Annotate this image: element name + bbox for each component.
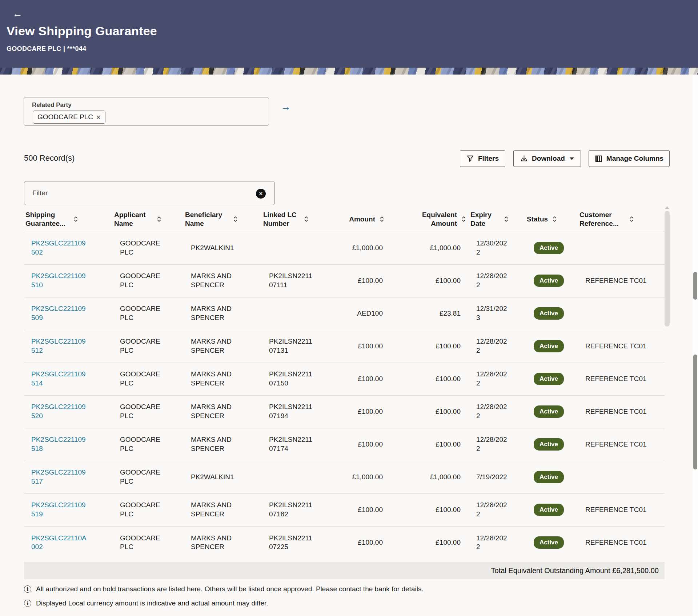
cell-shipping-guarantee-ref: PK2SGLC221109510: [24, 264, 113, 297]
guarantee-ref-link[interactable]: PK2SGLC221109502: [31, 239, 88, 257]
cell-text: MARKS AND SPENCER: [191, 435, 239, 453]
cell-text: MARKS AND SPENCER: [191, 501, 239, 519]
column-label: Shipping Guarantee...: [25, 211, 69, 228]
guarantee-ref-link[interactable]: PK2SGLC221109510: [31, 272, 88, 289]
cell-beneficiary-name: MARKS AND SPENCER: [184, 363, 262, 395]
cell-text: REFERENCE TC01: [585, 342, 647, 350]
table-scroll-up-icon[interactable]: [665, 206, 669, 209]
cell-shipping-guarantee-ref: PK2SGLC221109518: [24, 428, 113, 461]
cell-text: 7/19/2022: [476, 473, 507, 482]
status-badge: Active: [534, 340, 564, 352]
cell-amount: £100.00: [324, 395, 387, 428]
cell-text: REFERENCE TC01: [585, 375, 647, 383]
sort-icon[interactable]: [157, 216, 161, 222]
cell-text: £100.00: [436, 440, 461, 448]
cell-customer-reference: [578, 461, 665, 493]
cell-shipping-guarantee-ref: PK2SGLC221109509: [24, 297, 113, 330]
related-party-label: Related Party: [32, 101, 72, 109]
cell-beneficiary-name: PK2WALKIN1: [184, 461, 262, 493]
page-title: View Shipping Guarantee: [7, 24, 157, 38]
column-header-shipping-guarantee-ref[interactable]: Shipping Guarantee...: [24, 207, 113, 232]
table-row: PK2SGLC221109519GOODCARE PLCMARKS AND SP…: [24, 493, 665, 526]
table-scrollbar-thumb[interactable]: [665, 211, 670, 327]
guarantee-ref-link[interactable]: PK2SGLC221109518: [31, 435, 88, 453]
cell-expiry-date: 7/19/2022: [469, 461, 525, 493]
apply-filter-arrow-icon[interactable]: →: [281, 101, 291, 113]
info-icon: i: [24, 600, 31, 607]
cell-status: Active: [525, 428, 578, 461]
cell-text: 12/28/2022: [476, 435, 511, 453]
cell-text: GOODCARE PLC: [120, 272, 163, 289]
guarantee-ref-link[interactable]: PK2SGLC22110A002: [31, 534, 88, 552]
page-scrollbar-thumb[interactable]: [693, 355, 697, 469]
column-header-linked-lc-number[interactable]: Linked LC Number: [262, 207, 324, 232]
manage-columns-button[interactable]: Manage Columns: [589, 150, 670, 167]
column-header-amount[interactable]: Amount: [324, 207, 387, 232]
filter-input[interactable]: [24, 181, 274, 205]
sort-icon[interactable]: [504, 216, 509, 222]
table-row: PK2SGLC22110A002GOODCARE PLCMARKS AND SP…: [24, 526, 665, 559]
status-badge: Active: [534, 536, 564, 549]
sort-icon[interactable]: [233, 216, 238, 222]
column-header-applicant-name[interactable]: Applicant Name: [113, 207, 184, 232]
cell-applicant-name: GOODCARE PLC: [113, 526, 184, 559]
guarantee-ref-link[interactable]: PK2SGLC221109514: [31, 370, 88, 388]
status-badge: Active: [534, 405, 564, 418]
guarantee-ref-link[interactable]: PK2SGLC221109517: [31, 468, 88, 486]
download-button[interactable]: Download: [513, 150, 581, 167]
cell-status: Active: [525, 461, 578, 493]
cell-text: PK2ILSN221107174: [269, 435, 314, 453]
column-header-equivalent-amount[interactable]: Equivalent Amount: [387, 207, 469, 232]
cell-text: £100.00: [358, 506, 383, 513]
column-header-beneficiary-name[interactable]: Beneficiary Name: [184, 207, 262, 232]
sort-icon[interactable]: [552, 216, 557, 222]
cell-text: 12/28/2022: [476, 337, 511, 355]
cell-text: 12/28/2022: [476, 403, 511, 420]
guarantee-ref-link[interactable]: PK2SGLC221109512: [31, 337, 88, 355]
cell-linked-lc-number: PK2ILSN221107111: [262, 264, 324, 297]
cell-customer-reference: REFERENCE TC01: [578, 493, 665, 526]
guarantee-ref-link[interactable]: PK2SGLC221109509: [31, 304, 88, 322]
filters-button[interactable]: Filters: [460, 150, 505, 167]
cell-text: 12/28/2022: [476, 501, 511, 519]
page-scrollbar-thumb[interactable]: [693, 272, 697, 300]
cell-amount: £100.00: [324, 330, 387, 363]
related-party-field[interactable]: Related Party GOODCARE PLC ×: [24, 97, 269, 126]
cell-text: MARKS AND SPENCER: [191, 370, 239, 388]
cell-equivalent-amount: £100.00: [387, 264, 469, 297]
cell-status: Active: [525, 297, 578, 330]
table-row: PK2SGLC221109520GOODCARE PLCMARKS AND SP…: [24, 395, 665, 428]
page-scrollbar-track[interactable]: [693, 75, 698, 616]
chip-remove-icon[interactable]: ×: [96, 113, 101, 121]
sort-icon[interactable]: [461, 216, 466, 222]
status-badge: Active: [534, 504, 564, 516]
cell-text: GOODCARE PLC: [120, 239, 163, 257]
guarantee-ref-link[interactable]: PK2SGLC221109519: [31, 501, 88, 519]
cell-status: Active: [525, 493, 578, 526]
column-label: Expiry Date: [470, 211, 500, 228]
cell-amount: £1,000.00: [324, 461, 387, 493]
guarantee-ref-link[interactable]: PK2SGLC221109520: [31, 403, 88, 420]
cell-text: PK2WALKIN1: [191, 473, 234, 482]
cell-text: REFERENCE TC01: [585, 277, 647, 284]
sort-icon[interactable]: [304, 216, 309, 222]
sort-icon[interactable]: [380, 216, 384, 222]
cell-equivalent-amount: £100.00: [387, 428, 469, 461]
cell-text: PK2ILSN221107150: [269, 370, 314, 388]
sort-icon[interactable]: [73, 216, 78, 222]
cell-equivalent-amount: £1,000.00: [387, 232, 469, 264]
column-header-customer-reference[interactable]: Customer Reference...: [578, 207, 665, 232]
sort-icon[interactable]: [629, 216, 634, 222]
cell-amount: £1,000.00: [324, 232, 387, 264]
back-button[interactable]: ←: [12, 9, 23, 19]
clear-filter-icon[interactable]: ✕: [256, 189, 266, 199]
related-party-chip[interactable]: GOODCARE PLC ×: [33, 111, 105, 124]
cell-expiry-date: 12/28/2022: [469, 428, 525, 461]
column-header-expiry-date[interactable]: Expiry Date: [469, 207, 525, 232]
cell-text: GOODCARE PLC: [120, 501, 163, 519]
cell-linked-lc-number: PK2ILSN221107131: [262, 330, 324, 363]
column-label: Applicant Name: [114, 211, 152, 228]
column-header-status[interactable]: Status: [525, 207, 578, 232]
total-outstanding-band: Total Equivalent Outstanding Amount £6,2…: [24, 562, 665, 579]
cell-expiry-date: 12/28/2022: [469, 363, 525, 395]
